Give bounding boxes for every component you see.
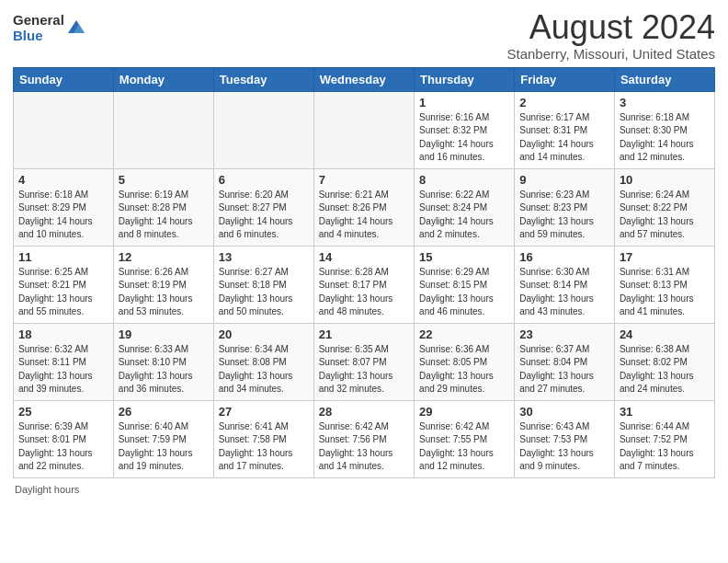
calendar-cell: 29Sunrise: 6:42 AM Sunset: 7:55 PM Dayli…	[415, 400, 515, 477]
calendar-cell: 24Sunrise: 6:38 AM Sunset: 8:02 PM Dayli…	[614, 323, 714, 400]
calendar-cell	[213, 91, 313, 168]
day-detail: Sunrise: 6:34 AM Sunset: 8:08 PM Dayligh…	[219, 343, 309, 396]
calendar-cell: 7Sunrise: 6:21 AM Sunset: 8:26 PM Daylig…	[313, 168, 414, 246]
calendar-header-wednesday: Wednesday	[313, 67, 414, 91]
day-detail: Sunrise: 6:42 AM Sunset: 7:55 PM Dayligh…	[419, 420, 509, 474]
logo-icon	[66, 17, 86, 37]
day-number: 3	[620, 96, 710, 109]
day-detail: Sunrise: 6:44 AM Sunset: 7:52 PM Dayligh…	[620, 420, 710, 474]
calendar-cell: 26Sunrise: 6:40 AM Sunset: 7:59 PM Dayli…	[113, 400, 213, 477]
calendar-cell: 22Sunrise: 6:36 AM Sunset: 8:05 PM Dayli…	[415, 323, 515, 400]
day-detail: Sunrise: 6:37 AM Sunset: 8:04 PM Dayligh…	[519, 343, 609, 396]
calendar-cell: 31Sunrise: 6:44 AM Sunset: 7:52 PM Dayli…	[614, 400, 714, 477]
calendar-cell: 16Sunrise: 6:30 AM Sunset: 8:14 PM Dayli…	[515, 246, 615, 323]
day-number: 31	[620, 405, 710, 419]
day-number: 30	[519, 405, 609, 419]
title-block: August 2024 Stanberry, Missouri, United …	[507, 9, 715, 62]
calendar-cell: 8Sunrise: 6:22 AM Sunset: 8:24 PM Daylig…	[415, 168, 515, 246]
day-detail: Sunrise: 6:36 AM Sunset: 8:05 PM Dayligh…	[419, 343, 509, 396]
day-number: 14	[319, 250, 409, 264]
calendar-cell: 27Sunrise: 6:41 AM Sunset: 7:58 PM Dayli…	[213, 400, 313, 477]
day-number: 1	[419, 96, 509, 109]
page-title: August 2024	[507, 9, 715, 46]
day-detail: Sunrise: 6:27 AM Sunset: 8:18 PM Dayligh…	[219, 266, 309, 319]
day-detail: Sunrise: 6:40 AM Sunset: 7:59 PM Dayligh…	[119, 420, 209, 474]
day-number: 9	[519, 173, 609, 187]
day-number: 28	[319, 405, 409, 419]
day-number: 4	[18, 173, 108, 187]
day-detail: Sunrise: 6:43 AM Sunset: 7:53 PM Dayligh…	[519, 420, 609, 474]
day-detail: Sunrise: 6:30 AM Sunset: 8:14 PM Dayligh…	[519, 266, 609, 319]
calendar-header-tuesday: Tuesday	[213, 67, 313, 91]
day-detail: Sunrise: 6:18 AM Sunset: 8:30 PM Dayligh…	[620, 111, 710, 165]
calendar-cell: 12Sunrise: 6:26 AM Sunset: 8:19 PM Dayli…	[113, 246, 213, 323]
day-detail: Sunrise: 6:22 AM Sunset: 8:24 PM Dayligh…	[419, 189, 509, 242]
calendar-cell: 28Sunrise: 6:42 AM Sunset: 7:56 PM Dayli…	[313, 400, 414, 477]
day-detail: Sunrise: 6:39 AM Sunset: 8:01 PM Dayligh…	[18, 420, 108, 474]
day-number: 21	[319, 327, 409, 341]
calendar-cell: 6Sunrise: 6:20 AM Sunset: 8:27 PM Daylig…	[213, 168, 313, 246]
day-number: 22	[419, 327, 509, 341]
day-number: 20	[219, 327, 309, 341]
day-number: 6	[219, 173, 309, 187]
day-number: 12	[119, 250, 209, 264]
calendar-cell: 1Sunrise: 6:16 AM Sunset: 8:32 PM Daylig…	[415, 91, 515, 168]
day-detail: Sunrise: 6:42 AM Sunset: 7:56 PM Dayligh…	[319, 420, 409, 474]
calendar-cell: 5Sunrise: 6:19 AM Sunset: 8:28 PM Daylig…	[113, 168, 213, 246]
logo-general: General	[13, 13, 64, 29]
calendar-cell: 10Sunrise: 6:24 AM Sunset: 8:22 PM Dayli…	[614, 168, 714, 246]
calendar-cell: 18Sunrise: 6:32 AM Sunset: 8:11 PM Dayli…	[14, 323, 114, 400]
day-number: 26	[119, 405, 209, 419]
footer-note: Daylight hours	[13, 484, 715, 495]
calendar-header-monday: Monday	[113, 67, 213, 91]
day-number: 5	[119, 173, 209, 187]
calendar-cell: 14Sunrise: 6:28 AM Sunset: 8:17 PM Dayli…	[313, 246, 414, 323]
calendar-cell: 2Sunrise: 6:17 AM Sunset: 8:31 PM Daylig…	[515, 91, 615, 168]
calendar-cell	[113, 91, 213, 168]
day-detail: Sunrise: 6:24 AM Sunset: 8:22 PM Dayligh…	[620, 189, 710, 242]
calendar-cell: 3Sunrise: 6:18 AM Sunset: 8:30 PM Daylig…	[614, 91, 714, 168]
day-number: 10	[620, 173, 710, 187]
day-number: 13	[219, 250, 309, 264]
calendar-week-4: 18Sunrise: 6:32 AM Sunset: 8:11 PM Dayli…	[14, 323, 715, 400]
calendar-week-3: 11Sunrise: 6:25 AM Sunset: 8:21 PM Dayli…	[14, 246, 715, 323]
calendar-cell: 23Sunrise: 6:37 AM Sunset: 8:04 PM Dayli…	[515, 323, 615, 400]
day-number: 11	[18, 250, 108, 264]
calendar-week-5: 25Sunrise: 6:39 AM Sunset: 8:01 PM Dayli…	[14, 400, 715, 477]
day-detail: Sunrise: 6:41 AM Sunset: 7:58 PM Dayligh…	[219, 420, 309, 474]
logo: General Blue	[13, 13, 86, 43]
calendar-cell: 15Sunrise: 6:29 AM Sunset: 8:15 PM Dayli…	[415, 246, 515, 323]
day-detail: Sunrise: 6:32 AM Sunset: 8:11 PM Dayligh…	[18, 343, 108, 396]
calendar-cell: 20Sunrise: 6:34 AM Sunset: 8:08 PM Dayli…	[213, 323, 313, 400]
day-detail: Sunrise: 6:16 AM Sunset: 8:32 PM Dayligh…	[419, 111, 509, 165]
day-number: 24	[620, 327, 710, 341]
day-detail: Sunrise: 6:28 AM Sunset: 8:17 PM Dayligh…	[319, 266, 409, 319]
day-number: 16	[519, 250, 609, 264]
calendar-cell: 30Sunrise: 6:43 AM Sunset: 7:53 PM Dayli…	[515, 400, 615, 477]
day-detail: Sunrise: 6:23 AM Sunset: 8:23 PM Dayligh…	[519, 189, 609, 242]
calendar-cell: 25Sunrise: 6:39 AM Sunset: 8:01 PM Dayli…	[14, 400, 114, 477]
logo-blue: Blue	[13, 29, 64, 44]
calendar-cell: 9Sunrise: 6:23 AM Sunset: 8:23 PM Daylig…	[515, 168, 615, 246]
calendar-header-row: SundayMondayTuesdayWednesdayThursdayFrid…	[14, 67, 715, 91]
day-detail: Sunrise: 6:38 AM Sunset: 8:02 PM Dayligh…	[620, 343, 710, 396]
calendar-cell	[313, 91, 414, 168]
calendar-cell: 21Sunrise: 6:35 AM Sunset: 8:07 PM Dayli…	[313, 323, 414, 400]
day-number: 15	[419, 250, 509, 264]
calendar-cell: 19Sunrise: 6:33 AM Sunset: 8:10 PM Dayli…	[113, 323, 213, 400]
day-detail: Sunrise: 6:31 AM Sunset: 8:13 PM Dayligh…	[620, 266, 710, 319]
day-number: 17	[620, 250, 710, 264]
day-detail: Sunrise: 6:20 AM Sunset: 8:27 PM Dayligh…	[219, 189, 309, 242]
day-number: 2	[519, 96, 609, 109]
calendar-cell	[14, 91, 114, 168]
day-number: 18	[18, 327, 108, 341]
calendar-header-saturday: Saturday	[614, 67, 714, 91]
page-subtitle: Stanberry, Missouri, United States	[507, 46, 715, 62]
calendar-header-sunday: Sunday	[14, 67, 114, 91]
calendar-table: SundayMondayTuesdayWednesdayThursdayFrid…	[13, 67, 715, 478]
calendar-cell: 13Sunrise: 6:27 AM Sunset: 8:18 PM Dayli…	[213, 246, 313, 323]
day-number: 29	[419, 405, 509, 419]
day-number: 25	[18, 405, 108, 419]
day-detail: Sunrise: 6:17 AM Sunset: 8:31 PM Dayligh…	[519, 111, 609, 165]
calendar-cell: 11Sunrise: 6:25 AM Sunset: 8:21 PM Dayli…	[14, 246, 114, 323]
